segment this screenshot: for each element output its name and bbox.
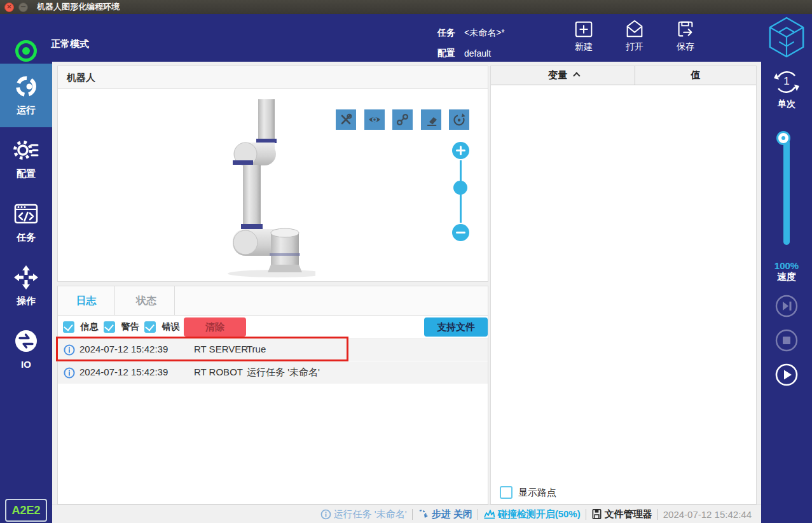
open-task-button[interactable]: 打开	[614, 18, 655, 58]
view-erase-button[interactable]	[421, 109, 441, 130]
info-checkbox[interactable]	[63, 321, 74, 333]
robot-arm-image	[207, 97, 315, 278]
speed-value: 100%	[761, 260, 812, 271]
single-run-label: 单次	[761, 99, 812, 110]
mode-label: 正常模式	[51, 33, 89, 55]
log-tab-bar: 日志 状态	[58, 286, 488, 316]
status-step-mode[interactable]: 步进 关闭	[418, 508, 472, 520]
sidebar-item-io[interactable]: IO	[0, 318, 52, 382]
gear-icon	[13, 137, 39, 164]
log-source: RT ROBOT	[194, 366, 243, 377]
status-file-manager[interactable]: 文件管理器	[591, 508, 652, 520]
collision-icon	[483, 508, 495, 520]
app-header: 正常模式 任务 <未命名>* 配置 default 新建 打开	[0, 14, 812, 62]
window-titlebar: ✕ ─ 机器人图形化编程环境	[0, 0, 812, 14]
log-entry-row[interactable]: 2024-07-12 15:42:39 RT SERVER True	[58, 338, 488, 361]
step-icon	[418, 508, 429, 520]
device-id-badge[interactable]: A2E2	[5, 499, 47, 522]
play-button[interactable]	[775, 363, 798, 386]
view-path-button[interactable]	[392, 109, 413, 130]
log-filter-row: 信息 警告 错误 清除 支持文件	[58, 316, 488, 338]
log-time: 2024-07-12 15:42:39	[79, 366, 168, 377]
skip-step-button[interactable]	[775, 295, 798, 317]
run-controls-sidebar: 1 单次 100% 速度	[761, 62, 812, 523]
speed-slider-track[interactable]	[783, 139, 790, 245]
single-run-button[interactable]: 1	[773, 68, 801, 96]
sidebar-item-config[interactable]: 配置	[0, 127, 52, 191]
brand-logo-icon	[767, 15, 806, 60]
zoom-in-button[interactable]	[452, 142, 469, 159]
io-arrows-icon	[13, 328, 39, 354]
sidebar-item-task[interactable]: 任务	[0, 191, 52, 255]
rotate-icon	[451, 112, 467, 127]
log-time: 2024-07-12 15:42:39	[79, 344, 168, 354]
robot-view-panel: 机器人	[57, 66, 488, 282]
status-collision-detection[interactable]: 碰撞检测开启(50%)	[483, 508, 581, 520]
column-header-value[interactable]: 值	[635, 66, 756, 85]
save-icon	[675, 18, 696, 40]
play-icon	[775, 363, 798, 386]
error-checkbox[interactable]	[144, 321, 156, 333]
window-close-button[interactable]: ✕	[4, 3, 14, 12]
view-visibility-button[interactable]	[364, 109, 385, 130]
stop-icon	[775, 329, 798, 352]
tools-icon	[338, 112, 354, 127]
sidebar-item-run[interactable]: 运行	[0, 64, 52, 127]
show-waypoints-option[interactable]: 显示路点	[500, 486, 556, 499]
warning-checkbox[interactable]	[104, 321, 115, 333]
robot-3d-viewport[interactable]	[58, 89, 488, 281]
sort-asc-icon	[573, 72, 580, 79]
task-label: 任务	[437, 27, 464, 39]
run-icon	[13, 73, 39, 100]
save-task-button[interactable]: 保存	[665, 18, 706, 58]
filter-warning[interactable]: 警告	[104, 321, 139, 333]
log-message: 运行任务 '未命名'	[247, 366, 320, 379]
window-minimize-button[interactable]: ─	[18, 3, 28, 12]
variables-table-body	[491, 85, 756, 480]
view-rotate-button[interactable]	[449, 109, 469, 130]
zoom-slider-handle[interactable]	[453, 181, 467, 195]
log-panel: 日志 状态 信息 警告 错误 清除 支持文件	[57, 286, 488, 505]
window-title: 机器人图形化编程环境	[37, 1, 120, 13]
path-nodes-icon	[395, 112, 410, 127]
new-task-button[interactable]: 新建	[563, 18, 604, 58]
eraser-icon	[423, 112, 439, 127]
separator	[478, 509, 478, 520]
robot-programming-app: ✕ ─ 机器人图形化编程环境 正常模式 任务 <未命名>* 配置 default…	[0, 0, 812, 523]
separator	[412, 509, 413, 520]
filter-error[interactable]: 错误	[144, 321, 179, 333]
open-file-icon	[624, 18, 645, 40]
log-message: True	[247, 344, 266, 354]
tab-log[interactable]: 日志	[58, 286, 115, 316]
task-config-info: 任务 <未命名>* 配置 default	[437, 21, 505, 62]
single-count: 1	[773, 75, 801, 88]
separator	[657, 509, 658, 520]
status-bar: 运行任务 '未命名' 步进 关闭 碰撞检测开启(50%) 文件管	[52, 505, 761, 523]
view-tools-button[interactable]	[336, 109, 356, 130]
tab-status[interactable]: 状态	[118, 286, 175, 316]
stop-button[interactable]	[775, 329, 798, 352]
show-waypoints-checkbox[interactable]	[500, 486, 513, 499]
eye-icon	[367, 112, 382, 127]
speed-label: 速度	[761, 271, 812, 283]
info-icon	[64, 367, 75, 379]
clear-log-button[interactable]: 清除	[184, 317, 246, 337]
move-arrows-icon	[13, 264, 39, 291]
info-icon	[64, 344, 75, 356]
new-file-icon	[573, 18, 595, 40]
mode-indicator-icon	[15, 40, 37, 62]
zoom-out-button[interactable]	[452, 224, 469, 241]
config-value: default	[464, 48, 491, 59]
log-source: RT SERVER	[194, 344, 248, 354]
support-files-button[interactable]: 支持文件	[424, 317, 488, 337]
filter-info[interactable]: 信息	[63, 321, 98, 333]
view-toolbar	[331, 109, 469, 130]
speed-slider-handle[interactable]	[778, 133, 788, 143]
task-name-value: <未命名>*	[464, 27, 505, 39]
left-nav-sidebar: 运行 配置 任务 操作	[0, 62, 52, 523]
sidebar-item-operate[interactable]: 操作	[0, 255, 52, 318]
column-header-variable[interactable]: 变量	[491, 66, 635, 85]
config-label: 配置	[437, 48, 464, 59]
status-timestamp: 2024-07-12 15:42:44	[663, 509, 752, 520]
log-entry-row[interactable]: 2024-07-12 15:42:39 RT ROBOT 运行任务 '未命名'	[58, 361, 488, 384]
